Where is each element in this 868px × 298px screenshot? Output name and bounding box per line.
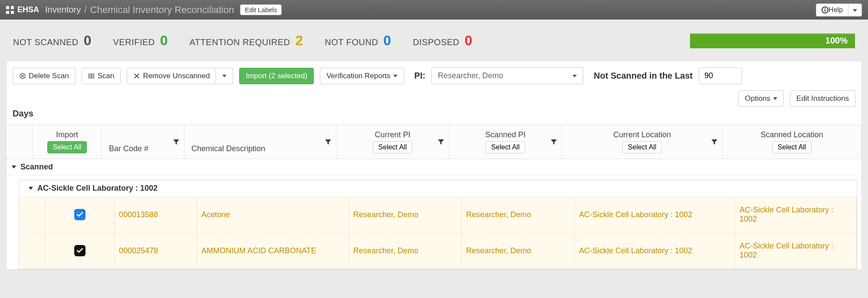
brand: EHSA: [6, 5, 39, 14]
top-bar: EHSA Inventory / Chemical Inventory Reco…: [0, 0, 868, 20]
col-scanned-loc: Scanned Location Select All: [723, 125, 861, 159]
cell-desc: Acetone: [201, 210, 230, 219]
pi-label: PI:: [414, 71, 426, 81]
import-checkbox[interactable]: [74, 209, 85, 220]
help-dropdown-button[interactable]: [848, 3, 862, 17]
col-label: Current Location: [613, 130, 671, 139]
breadcrumb-current: Chemical Inventory Reconciliation: [90, 4, 234, 16]
filter-icon[interactable]: [550, 139, 557, 146]
remove-unscanned-dropdown[interactable]: [216, 68, 233, 84]
collapse-icon: [12, 166, 16, 169]
not-scanned-label: Not Scanned in the Last: [594, 71, 693, 81]
pi-select[interactable]: Researcher, Demo: [431, 67, 583, 84]
current-loc-select-all-button[interactable]: Select All: [622, 141, 662, 153]
scan-button[interactable]: Scan: [82, 68, 121, 84]
import-checkbox[interactable]: [74, 245, 85, 256]
svg-rect-6: [825, 8, 825, 9]
current-pi-select-all-button[interactable]: Select All: [373, 141, 413, 153]
progress-text: 100%: [825, 36, 848, 46]
status-label: ATTENTION REQUIRED: [190, 37, 290, 47]
toolbar: Delete Scan Scan Remove Unscanned Import…: [7, 61, 861, 109]
status-value: 0: [84, 33, 92, 49]
days-input[interactable]: [699, 67, 742, 84]
svg-rect-5: [825, 10, 825, 12]
svg-rect-3: [11, 11, 14, 14]
btn-label: Options: [745, 94, 770, 103]
group-label: Scanned: [20, 162, 53, 172]
svg-rect-2: [6, 11, 9, 14]
edit-instructions-button[interactable]: Edit Instructions: [790, 90, 855, 107]
col-label: Scanned Location: [760, 130, 823, 139]
filter-icon[interactable]: [437, 139, 444, 146]
col-label: Current PI: [375, 130, 410, 139]
svg-rect-0: [6, 6, 9, 9]
brand-text: EHSA: [17, 5, 39, 14]
cell-curr-loc: AC-Sickle Cell Laboratory : 1002: [579, 246, 692, 255]
filter-icon[interactable]: [325, 139, 332, 146]
breadcrumb-root[interactable]: Inventory: [45, 5, 81, 15]
btn-label: Verification Reports: [326, 72, 390, 80]
cell-scan-pi: Researcher, Demo: [466, 246, 531, 255]
status-label: NOT SCANNED: [13, 37, 79, 47]
status-value: 2: [296, 33, 303, 49]
remove-unscanned-button[interactable]: Remove Unscanned: [127, 68, 216, 84]
delete-icon: [19, 72, 26, 80]
col-label: Chemical Description: [191, 144, 265, 153]
btn-label: Edit Instructions: [796, 94, 849, 103]
filter-icon[interactable]: [711, 139, 718, 146]
caret-down-icon: [222, 75, 227, 77]
progress-bar: 100%: [690, 33, 855, 48]
svg-rect-13: [92, 73, 93, 79]
remove-unscanned-group: Remove Unscanned: [127, 68, 233, 84]
col-barcode[interactable]: Bar Code #: [102, 125, 184, 159]
btn-label: Remove Unscanned: [143, 72, 210, 80]
cell-barcode: 000013588: [119, 210, 158, 219]
x-icon: [133, 72, 140, 80]
grid-icon: [6, 6, 14, 14]
delete-scan-button[interactable]: Delete Scan: [13, 68, 76, 84]
table-row: 000025478 AMMONIUM ACID CARBONATE Resear…: [19, 233, 857, 269]
scanned-pi-select-all-button[interactable]: Select All: [486, 141, 526, 153]
caret-down-icon: [393, 75, 398, 77]
collapse-icon: [29, 187, 33, 190]
svg-rect-12: [91, 73, 92, 79]
import-select-all-button[interactable]: Select All: [47, 141, 87, 153]
import-button[interactable]: Import (2 selected): [239, 68, 314, 84]
caret-down-icon: [853, 9, 857, 12]
btn-label: Delete Scan: [29, 72, 69, 80]
col-expand: [7, 125, 33, 159]
cell-scan-loc: AC-Sickle Cell Laboratory : 1002: [740, 205, 852, 224]
table-row: 000013588 Acetone Researcher, Demo Resea…: [19, 197, 857, 233]
status-attention: ATTENTION REQUIRED 2: [190, 33, 303, 49]
group-scanned[interactable]: Scanned: [7, 159, 861, 175]
cell-barcode: 000025478: [119, 246, 158, 255]
filter-icon[interactable]: [173, 139, 180, 146]
group-content: AC-Sickle Cell Laboratory : 1002 0000135…: [19, 180, 857, 269]
status-not-scanned: NOT SCANNED 0: [13, 33, 92, 49]
cell-desc: AMMONIUM ACID CARBONATE: [201, 246, 316, 255]
verification-reports-button[interactable]: Verification Reports: [320, 68, 404, 84]
edit-labels-button[interactable]: Edit Labels: [240, 4, 282, 15]
days-word: Days: [7, 109, 861, 125]
options-button[interactable]: Options: [738, 90, 784, 107]
svg-rect-11: [90, 73, 90, 79]
scanned-loc-select-all-button[interactable]: Select All: [772, 141, 812, 153]
col-chem-desc[interactable]: Chemical Description: [184, 125, 336, 159]
status-label: NOT FOUND: [325, 37, 378, 47]
svg-rect-14: [93, 73, 94, 79]
group-location[interactable]: AC-Sickle Cell Laboratory : 1002: [19, 180, 857, 197]
col-label: Import: [56, 130, 78, 139]
help-label: Help: [829, 6, 843, 14]
status-verified: VERIFIED 0: [113, 33, 168, 49]
status-label: DISPOSED: [413, 37, 459, 47]
info-icon: [822, 6, 829, 14]
cell-curr-pi: Researcher, Demo: [353, 246, 418, 255]
group-label: AC-Sickle Cell Laboratory : 1002: [37, 184, 158, 193]
status-row: NOT SCANNED 0 VERIFIED 0 ATTENTION REQUI…: [0, 20, 868, 58]
help-button[interactable]: Help: [816, 3, 848, 17]
status-disposed: DISPOSED 0: [413, 33, 472, 49]
status-value: 0: [160, 33, 168, 49]
col-label: Bar Code #: [109, 144, 148, 153]
status-not-found: NOT FOUND 0: [325, 33, 391, 49]
breadcrumb-sep: /: [84, 5, 87, 15]
